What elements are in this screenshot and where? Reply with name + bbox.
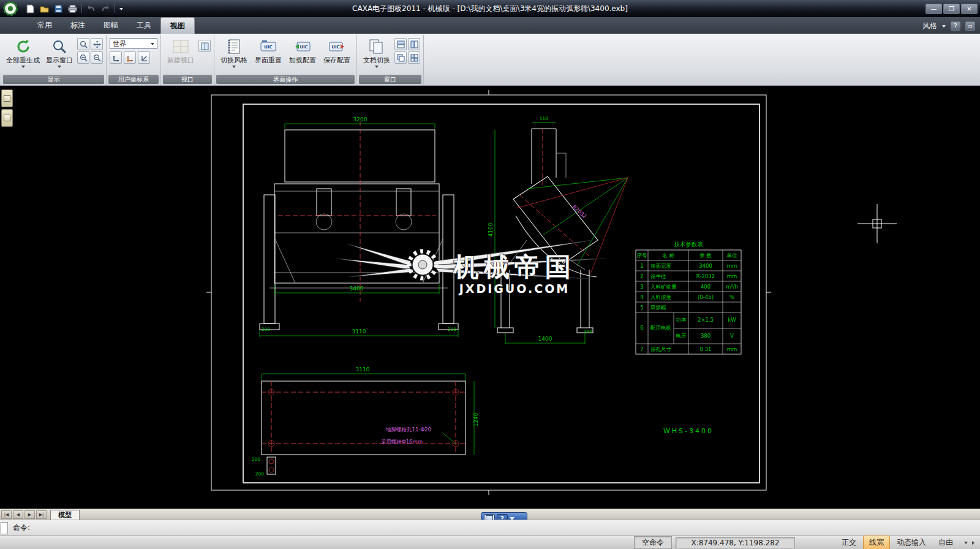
next-sheet-button[interactable]: ▶ (24, 510, 35, 519)
new-viewport-button[interactable]: 新建视口 (164, 36, 197, 65)
regen-all-button[interactable]: 全部重生成 (4, 36, 42, 68)
uic-load-icon: UIC (295, 37, 311, 56)
table-cell: 2×1.5 (698, 317, 714, 323)
drawing-canvas[interactable]: 3200 3400 3110 200 200 (0, 86, 980, 509)
table-cell: 2 (640, 273, 643, 279)
pan-button[interactable] (91, 38, 103, 50)
switch-style-button[interactable]: 切换风格 (217, 36, 251, 68)
tile-vertical-button[interactable] (408, 38, 420, 50)
zoom-dynamic-button[interactable] (77, 38, 89, 50)
dim-top-foot-b: 200 (255, 471, 265, 477)
table-cell: 1 (640, 263, 643, 269)
statusbar-overflow-icon[interactable] (972, 541, 974, 545)
arrange-icons-button[interactable] (408, 51, 420, 64)
new-viewport-icon (173, 37, 189, 56)
toolbar-separator (81, 4, 82, 13)
current-command-status: 空命令 (634, 536, 672, 549)
model-tab[interactable]: 模型 (50, 510, 80, 520)
svg-text:UIC: UIC (300, 45, 307, 50)
table-cell: m³/h (726, 284, 738, 290)
last-sheet-button[interactable]: ▶| (36, 510, 47, 519)
ucs-new-button[interactable] (110, 51, 122, 64)
tab-annotation[interactable]: 标注 (61, 17, 94, 34)
dim-top-width: 3110 (356, 366, 370, 373)
tab-view[interactable]: 视图 (160, 17, 195, 34)
show-window-button[interactable]: 显示窗口 (43, 36, 76, 68)
title-bar: CAXA电子图板2011 - 机械版 - [D:\我的文档\桌面\3米4宽的振动… (0, 0, 980, 17)
switch-style-dropdown-icon[interactable] (232, 66, 236, 68)
table-cell: 筛面宽度 (650, 263, 672, 269)
table-cell: R-2032 (696, 273, 715, 279)
zoom-in-button[interactable] (77, 51, 89, 64)
help-button[interactable]: ? (951, 21, 960, 31)
tile-horizontal-button[interactable] (394, 38, 407, 50)
snap-mode-dropdown[interactable]: 自由 (933, 536, 959, 549)
maximize-button[interactable]: ❐ (943, 4, 960, 14)
zoom-out-button[interactable] (91, 51, 103, 64)
dim-side-top: 110 (540, 116, 549, 121)
command-prompt[interactable]: 命令: (13, 523, 30, 533)
command-panel-grip[interactable] (1, 522, 8, 534)
save-icon[interactable] (53, 4, 63, 13)
open-file-icon[interactable] (39, 4, 49, 13)
ribbon-group-interface: 切换风格 UIC 界面重置 UIC 加载配置 U (214, 35, 357, 85)
style-caret-icon[interactable] (942, 25, 946, 28)
tab-common[interactable]: 常用 (28, 17, 61, 34)
ribbon-minimize-button[interactable]: ▫ (965, 21, 975, 31)
ucs-select[interactable]: 世界 (110, 38, 157, 49)
minimize-button[interactable]: — (925, 4, 942, 14)
table-cell: 380 (701, 333, 710, 339)
ribbon-tab-row: 常用 标注 图幅 工具 视图 风格 ? ▫ (0, 17, 980, 34)
show-window-label: 显示窗口 (46, 56, 73, 65)
cad-drawing: 3200 3400 3110 200 200 (13, 86, 980, 509)
undo-icon[interactable] (86, 4, 96, 13)
cascade-button[interactable] (394, 51, 407, 64)
properties-palette-tab[interactable] (1, 109, 13, 127)
save-config-button[interactable]: UIC 保存配置 (320, 36, 353, 65)
palette-icon (4, 115, 10, 121)
style-dropdown[interactable]: 风格 (922, 21, 937, 31)
tab-sheet[interactable]: 图幅 (94, 17, 127, 34)
library-palette-tab[interactable] (1, 89, 13, 107)
svg-text:UIC: UIC (331, 45, 339, 50)
viewport-config-button[interactable] (198, 40, 211, 52)
prev-sheet-button[interactable]: ◀ (13, 510, 23, 519)
table-header-param: 参 数 (699, 252, 712, 259)
dynamic-input-toggle[interactable]: 动态输入 (891, 536, 932, 549)
documents-icon (369, 37, 385, 56)
window-title: CAXA电子图板2011 - 机械版 - [D:\我的文档\桌面\3米4宽的振动… (0, 4, 980, 14)
load-config-button[interactable]: UIC 加载配置 (286, 36, 319, 65)
watermark-domain: JXDIGUO.COM (458, 282, 570, 295)
save-config-label: 保存配置 (323, 56, 350, 65)
close-button[interactable]: ✕ (961, 4, 978, 14)
caxa-logo-icon[interactable] (3, 1, 18, 16)
ucs-origin-button[interactable] (138, 51, 150, 64)
doc-switch-button[interactable]: 文档切换 (360, 36, 393, 68)
switch-style-label: 切换风格 (221, 56, 247, 65)
interface-reset-button[interactable]: UIC 界面重置 (252, 36, 285, 65)
regen-dropdown-icon[interactable] (21, 66, 25, 68)
tab-tools[interactable]: 工具 (127, 17, 160, 34)
table-cell: 4 (640, 294, 643, 300)
new-file-icon[interactable] (25, 4, 35, 13)
first-sheet-button[interactable]: |◀ (1, 510, 12, 519)
snap-mode-caret-icon[interactable] (964, 542, 968, 544)
lineweight-toggle[interactable]: 线宽 (863, 536, 890, 549)
interface-reset-label: 界面重置 (255, 56, 282, 65)
group-label-viewport: 视口 (163, 75, 212, 84)
tabrow-right-cluster: 风格 ? ▫ (918, 21, 980, 34)
ucs-manage-button[interactable] (124, 51, 136, 64)
dim-side-foot: 390 (584, 329, 593, 335)
ortho-toggle[interactable]: 正交 (836, 536, 862, 549)
table-cell: 400 (701, 284, 710, 290)
ribbon: 全部重生成 显示窗口 (0, 34, 980, 86)
table-cell: 5 (640, 305, 643, 311)
redo-icon[interactable] (100, 4, 110, 13)
table-cell: V (730, 333, 734, 339)
show-window-dropdown-icon[interactable] (58, 66, 61, 68)
qat-dropdown-icon[interactable] (119, 8, 123, 10)
doc-switch-dropdown-icon[interactable] (375, 66, 379, 68)
regenerate-icon (15, 37, 31, 56)
dim-top-height: 1240 (473, 412, 479, 426)
print-icon[interactable] (67, 4, 77, 13)
